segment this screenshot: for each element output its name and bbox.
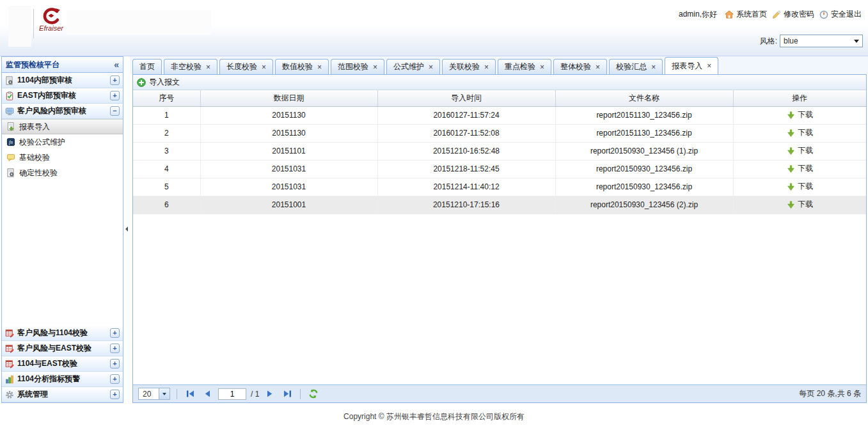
table-row[interactable]: 52015103120151214-11:40:12report20150930…	[133, 178, 866, 196]
page-summary: 每页 20 条,共 6 条	[799, 388, 861, 399]
column-header[interactable]: 文件名称	[555, 90, 733, 106]
import-report-button[interactable]: 导入报文	[137, 77, 180, 88]
sidebar-group[interactable]: 1104分析指标预警+	[2, 372, 123, 387]
sidebar-group[interactable]: 1104与EAST校验+	[2, 356, 123, 372]
style-select-value: blue	[784, 36, 798, 45]
tab[interactable]: 关联校验×	[442, 59, 496, 74]
table-cell: 20160127-11:57:24	[377, 106, 555, 124]
tab-close-icon[interactable]: ×	[596, 63, 600, 71]
header-link[interactable]: 修改密码	[772, 9, 814, 20]
style-row: 风格: blue	[760, 35, 863, 47]
table-cell: 5	[133, 178, 200, 196]
tab[interactable]: 数值校验×	[275, 59, 329, 74]
sidebar-group[interactable]: 客户风险内部预审核−	[2, 104, 123, 119]
page-number-input[interactable]	[218, 388, 246, 400]
sidebar-group[interactable]: 客户风险与EAST校验+	[2, 341, 123, 356]
expand-button[interactable]: +	[110, 91, 120, 100]
expand-button[interactable]: +	[110, 75, 120, 85]
header-link[interactable]: 安全退出	[819, 9, 862, 20]
sidebar-group[interactable]: 系统管理+	[2, 387, 123, 402]
download-link[interactable]: 下载	[786, 109, 813, 120]
tab[interactable]: 校验汇总×	[609, 59, 663, 74]
tab-label: 校验汇总	[616, 61, 647, 72]
table-cell: 6	[133, 196, 200, 214]
expand-button[interactable]: +	[110, 359, 120, 369]
table-cell: report20150930_123456.zip	[555, 160, 733, 178]
chevron-down-icon[interactable]	[159, 388, 170, 399]
sidebar-splitter[interactable]	[123, 56, 130, 403]
first-page-button[interactable]	[184, 388, 196, 400]
sidebar-title: 监管预检核平台	[6, 59, 59, 70]
table-header-row: 序号数据日期导入时间文件名称操作	[133, 90, 866, 106]
tab-close-icon[interactable]: ×	[484, 63, 489, 71]
table-row[interactable]: 32015110120151210-16:52:48report20150930…	[133, 142, 866, 160]
sidebar-spacer	[2, 180, 123, 326]
last-page-button[interactable]	[281, 388, 294, 400]
expand-button[interactable]: +	[110, 374, 120, 384]
table-cell: 20151001	[200, 196, 377, 214]
column-header[interactable]: 序号	[133, 90, 200, 106]
sidebar-group[interactable]: 1104内部预审核+	[2, 73, 123, 88]
tab[interactable]: 范围校验×	[331, 59, 384, 74]
download-link[interactable]: 下载	[786, 163, 813, 174]
table-cell: 20151101	[200, 142, 377, 160]
tab-close-icon[interactable]: ×	[206, 63, 210, 71]
tab-close-icon[interactable]: ×	[651, 63, 656, 71]
tab[interactable]: 整体校验×	[553, 59, 607, 74]
tab-close-icon[interactable]: ×	[429, 63, 433, 71]
sidebar-group[interactable]: 客户风险与1104校验+	[2, 326, 123, 341]
banner-area	[67, 10, 211, 35]
tab-close-icon[interactable]: ×	[373, 63, 377, 71]
table-row[interactable]: 22015113020160127-11:52:08report20151130…	[133, 124, 866, 142]
grid-pencil-icon	[5, 344, 14, 353]
table-cell: 下载	[733, 196, 866, 214]
splitter-collapse-icon[interactable]	[125, 226, 128, 232]
tab[interactable]: 非空校验×	[164, 59, 217, 74]
column-header[interactable]: 操作	[733, 90, 866, 106]
style-select[interactable]: blue	[780, 35, 863, 47]
tab[interactable]: 首页	[132, 59, 162, 74]
tab[interactable]: 重点检验×	[498, 59, 551, 74]
tab-label: 首页	[139, 61, 155, 72]
tab-label: 数值校验	[282, 61, 313, 72]
page-size-select[interactable]: 20	[138, 388, 170, 400]
tab[interactable]: 报表导入×	[665, 57, 718, 74]
sidebar-item[interactable]: fn校验公式维护	[2, 134, 123, 150]
column-header[interactable]: 导入时间	[377, 90, 555, 106]
table-cell: report20151130_123456.zip	[555, 124, 733, 142]
table-row[interactable]: 62015100120151210-17:15:16report20150930…	[133, 196, 866, 214]
sidebar-group-label: 1104与EAST校验	[17, 358, 77, 369]
download-link[interactable]: 下载	[786, 199, 813, 210]
tab[interactable]: 长度校验×	[219, 59, 273, 74]
expand-button[interactable]: +	[110, 328, 120, 338]
download-link[interactable]: 下载	[786, 181, 813, 192]
tab-close-icon[interactable]: ×	[707, 62, 711, 70]
table-cell: 20151210-17:15:16	[377, 196, 555, 214]
expand-button[interactable]: +	[110, 390, 120, 399]
tab[interactable]: 公式维护×	[386, 59, 440, 74]
prev-page-button[interactable]	[201, 388, 214, 400]
download-link[interactable]: 下载	[786, 145, 813, 156]
next-page-button[interactable]	[264, 388, 276, 400]
header-link[interactable]: 系统首页	[725, 9, 767, 20]
collapse-button[interactable]: −	[110, 106, 120, 116]
table-row[interactable]: 42015103120151218-11:52:45report20150930…	[133, 160, 866, 178]
refresh-button[interactable]	[307, 388, 320, 400]
tab-close-icon[interactable]: ×	[540, 63, 544, 71]
expand-button[interactable]: +	[110, 344, 120, 353]
tab-close-icon[interactable]: ×	[317, 63, 322, 71]
sidebar-item[interactable]: 确定性校验	[2, 165, 123, 180]
tab-label: 报表导入	[672, 61, 702, 72]
tab-close-icon[interactable]: ×	[262, 63, 266, 71]
sidebar-group[interactable]: EAST内部预审核+	[2, 88, 123, 104]
table-cell: 20151214-11:40:12	[377, 178, 555, 196]
column-header[interactable]: 数据日期	[200, 90, 377, 106]
divider	[33, 9, 34, 38]
table-row[interactable]: 12015113020160127-11:57:24report20151130…	[133, 106, 866, 124]
download-arrow-icon	[786, 200, 795, 209]
download-label: 下载	[798, 181, 813, 192]
sidebar-collapse-icon[interactable]: «	[114, 60, 119, 69]
sidebar-item[interactable]: 报表导入	[2, 119, 123, 134]
sidebar-item[interactable]: 基础校验	[2, 150, 123, 165]
download-link[interactable]: 下载	[786, 127, 813, 138]
